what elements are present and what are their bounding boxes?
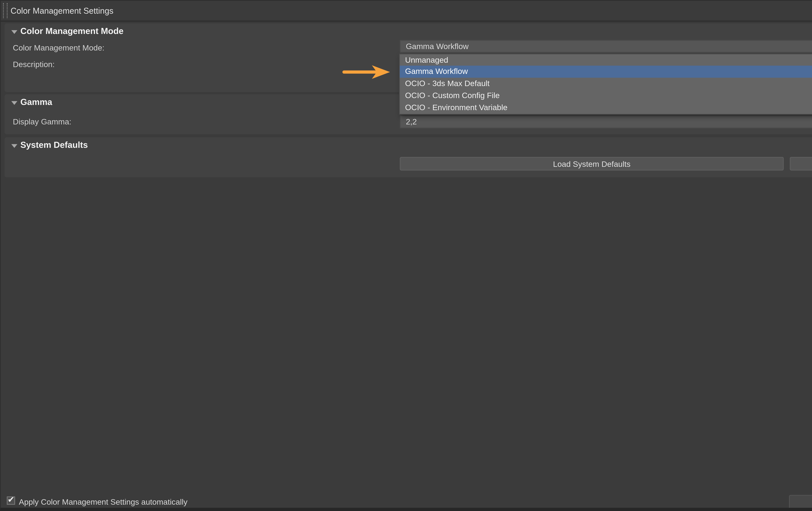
collapse-triangle-icon[interactable] (11, 101, 18, 105)
spinner-value: 2,2 (406, 117, 417, 126)
dropdown-option[interactable]: OCIO - Custom Config File (400, 90, 812, 102)
section-title-color-management-mode: Color Management Mode (20, 26, 123, 35)
section-title-system-defaults: System Defaults (20, 140, 88, 149)
load-system-defaults-button[interactable]: Load System Defaults (400, 157, 784, 171)
collapse-triangle-icon[interactable] (11, 144, 18, 148)
checkmark-icon: ✔ (7, 495, 14, 505)
color-management-mode-combobox[interactable]: Gamma Workflow (400, 40, 812, 53)
color-management-settings-dialog: Color Management Settings ✕ Color Manage… (0, 0, 812, 511)
panel-system-defaults: System Defaults Load System Defaults Sav… (4, 137, 812, 177)
title-bar[interactable]: Color Management Settings ✕ (1, 1, 812, 22)
scale-wrapper: Color Management Settings ✕ Color Manage… (0, 0, 812, 511)
dialog-title: Color Management Settings (10, 1, 113, 21)
dropdown-option[interactable]: OCIO - Environment Variable (400, 102, 812, 114)
section-title-gamma: Gamma (20, 97, 52, 106)
collapse-triangle-icon[interactable] (11, 30, 18, 34)
save-as-system-defaults-button[interactable]: Save As System Defaults (790, 157, 812, 171)
display-gamma-spinner[interactable]: 2,2 (400, 115, 812, 128)
drag-grip-icon[interactable] (3, 3, 8, 18)
apply-color-management-settings-button[interactable]: Apply Color Management Settings (789, 494, 812, 509)
mode-label: Color Management Mode: (13, 43, 105, 52)
auto-apply-checkbox[interactable]: ✔ (7, 496, 15, 505)
mode-dropdown-popup: Unmanaged Gamma Workflow OCIO - 3ds Max … (399, 53, 812, 115)
dropdown-option[interactable]: OCIO - 3ds Max Default (400, 78, 812, 90)
annotation-arrow-icon (342, 64, 392, 80)
combobox-value: Gamma Workflow (406, 41, 469, 51)
auto-apply-label: Apply Color Management Settings automati… (19, 497, 187, 506)
dropdown-option[interactable]: Unmanaged (400, 54, 812, 66)
dropdown-option-highlighted[interactable]: Gamma Workflow (400, 66, 812, 78)
description-label: Description: (13, 60, 55, 69)
display-gamma-label: Display Gamma: (13, 117, 71, 126)
